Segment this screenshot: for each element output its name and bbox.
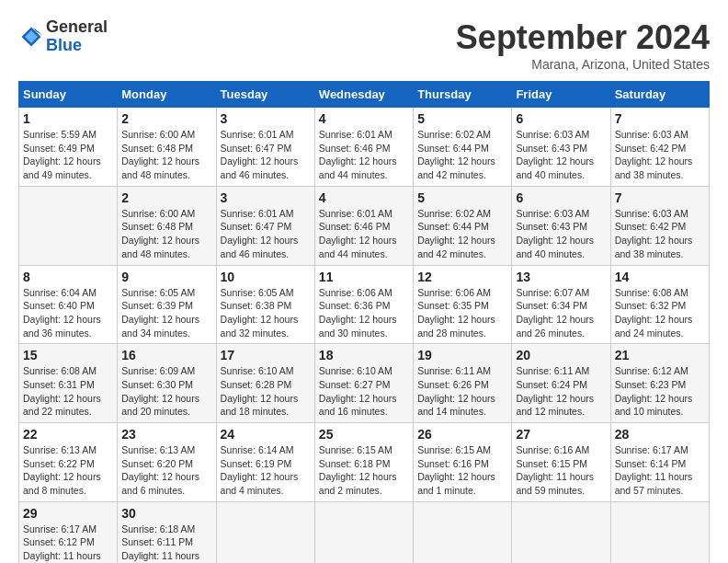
day-detail: Sunrise: 6:16 AM Sunset: 6:15 PM Dayligh… xyxy=(516,443,606,498)
day-number: 24 xyxy=(221,427,311,442)
logo-icon xyxy=(18,24,44,50)
calendar-cell: 16Sunrise: 6:09 AM Sunset: 6:30 PM Dayli… xyxy=(118,344,216,423)
calendar-cell: 1Sunrise: 5:59 AM Sunset: 6:49 PM Daylig… xyxy=(19,108,118,187)
title-area: September 2024 Marana, Arizona, United S… xyxy=(456,18,710,72)
day-number: 6 xyxy=(516,111,606,126)
day-detail: Sunrise: 6:17 AM Sunset: 6:12 PM Dayligh… xyxy=(23,523,113,563)
day-number: 14 xyxy=(615,270,705,284)
calendar-cell: 30Sunrise: 6:18 AM Sunset: 6:11 PM Dayli… xyxy=(118,501,216,563)
day-detail: Sunrise: 6:10 AM Sunset: 6:28 PM Dayligh… xyxy=(221,364,311,419)
day-detail: Sunrise: 6:03 AM Sunset: 6:42 PM Dayligh… xyxy=(615,207,705,261)
day-detail: Sunrise: 6:12 AM Sunset: 6:23 PM Dayligh… xyxy=(615,364,705,419)
calendar-cell: 7Sunrise: 6:03 AM Sunset: 6:42 PM Daylig… xyxy=(610,108,709,187)
day-number: 2 xyxy=(121,111,211,126)
day-detail: Sunrise: 6:13 AM Sunset: 6:22 PM Dayligh… xyxy=(23,443,113,498)
calendar-week-5: 22Sunrise: 6:13 AM Sunset: 6:22 PM Dayli… xyxy=(19,423,710,502)
day-number: 13 xyxy=(516,270,606,284)
day-detail: Sunrise: 6:14 AM Sunset: 6:19 PM Dayligh… xyxy=(221,443,311,498)
day-number: 8 xyxy=(23,270,113,284)
calendar-cell: 8Sunrise: 6:04 AM Sunset: 6:40 PM Daylig… xyxy=(19,265,118,344)
day-number: 7 xyxy=(615,190,705,205)
calendar-cell xyxy=(610,501,709,563)
day-number: 19 xyxy=(417,348,507,362)
day-detail: Sunrise: 6:01 AM Sunset: 6:46 PM Dayligh… xyxy=(319,207,409,261)
day-detail: Sunrise: 6:15 AM Sunset: 6:16 PM Dayligh… xyxy=(417,443,507,498)
calendar-cell xyxy=(216,501,314,563)
day-number: 1 xyxy=(23,111,113,126)
calendar-cell: 4Sunrise: 6:01 AM Sunset: 6:46 PM Daylig… xyxy=(314,186,413,265)
calendar-week-6: 29Sunrise: 6:17 AM Sunset: 6:12 PM Dayli… xyxy=(19,501,710,563)
day-detail: Sunrise: 6:00 AM Sunset: 6:48 PM Dayligh… xyxy=(121,128,211,182)
day-detail: Sunrise: 6:01 AM Sunset: 6:47 PM Dayligh… xyxy=(221,128,311,182)
calendar-cell: 2Sunrise: 6:00 AM Sunset: 6:48 PM Daylig… xyxy=(118,108,216,187)
calendar-week-1: 1Sunrise: 5:59 AM Sunset: 6:49 PM Daylig… xyxy=(19,108,710,187)
day-number: 18 xyxy=(319,348,409,362)
day-detail: Sunrise: 6:05 AM Sunset: 6:38 PM Dayligh… xyxy=(221,286,311,340)
calendar-cell: 7Sunrise: 6:03 AM Sunset: 6:42 PM Daylig… xyxy=(610,186,709,265)
calendar-header-row: SundayMondayTuesdayWednesdayThursdayFrid… xyxy=(19,82,710,108)
day-detail: Sunrise: 6:13 AM Sunset: 6:20 PM Dayligh… xyxy=(121,443,211,498)
day-number: 3 xyxy=(221,190,311,205)
day-number: 12 xyxy=(417,270,507,284)
calendar-cell xyxy=(314,501,413,563)
day-detail: Sunrise: 6:03 AM Sunset: 6:42 PM Dayligh… xyxy=(615,128,705,182)
calendar-cell: 20Sunrise: 6:11 AM Sunset: 6:24 PM Dayli… xyxy=(512,344,610,423)
day-detail: Sunrise: 6:02 AM Sunset: 6:44 PM Dayligh… xyxy=(417,128,507,182)
day-detail: Sunrise: 6:03 AM Sunset: 6:43 PM Dayligh… xyxy=(516,128,606,182)
day-detail: Sunrise: 6:06 AM Sunset: 6:36 PM Dayligh… xyxy=(319,286,409,340)
day-detail: Sunrise: 6:09 AM Sunset: 6:30 PM Dayligh… xyxy=(121,364,211,419)
day-detail: Sunrise: 6:03 AM Sunset: 6:43 PM Dayligh… xyxy=(516,207,606,261)
calendar-week-3: 8Sunrise: 6:04 AM Sunset: 6:40 PM Daylig… xyxy=(19,265,710,344)
day-detail: Sunrise: 6:10 AM Sunset: 6:27 PM Dayligh… xyxy=(319,364,409,419)
day-detail: Sunrise: 5:59 AM Sunset: 6:49 PM Dayligh… xyxy=(23,128,113,182)
logo: General Blue xyxy=(18,18,108,55)
calendar-cell: 28Sunrise: 6:17 AM Sunset: 6:14 PM Dayli… xyxy=(610,423,709,502)
calendar-week-4: 15Sunrise: 6:08 AM Sunset: 6:31 PM Dayli… xyxy=(19,344,710,423)
calendar-cell: 27Sunrise: 6:16 AM Sunset: 6:15 PM Dayli… xyxy=(512,423,610,502)
day-number: 5 xyxy=(417,190,507,205)
calendar-cell: 13Sunrise: 6:07 AM Sunset: 6:34 PM Dayli… xyxy=(512,265,610,344)
day-detail: Sunrise: 6:04 AM Sunset: 6:40 PM Dayligh… xyxy=(23,286,113,340)
calendar-cell: 24Sunrise: 6:14 AM Sunset: 6:19 PM Dayli… xyxy=(216,423,314,502)
header-day-wednesday: Wednesday xyxy=(314,82,413,108)
day-number: 11 xyxy=(319,270,409,284)
calendar-cell: 5Sunrise: 6:02 AM Sunset: 6:44 PM Daylig… xyxy=(414,108,512,187)
calendar-cell xyxy=(19,186,118,265)
calendar-cell: 17Sunrise: 6:10 AM Sunset: 6:28 PM Dayli… xyxy=(216,344,314,423)
calendar-cell: 4Sunrise: 6:01 AM Sunset: 6:46 PM Daylig… xyxy=(314,108,413,187)
day-number: 10 xyxy=(221,270,311,284)
day-detail: Sunrise: 6:11 AM Sunset: 6:26 PM Dayligh… xyxy=(417,364,507,419)
day-detail: Sunrise: 6:18 AM Sunset: 6:11 PM Dayligh… xyxy=(121,523,211,563)
day-number: 23 xyxy=(121,427,211,442)
page-header: General Blue September 2024 Marana, Ariz… xyxy=(18,18,710,72)
day-detail: Sunrise: 6:08 AM Sunset: 6:32 PM Dayligh… xyxy=(615,286,705,340)
day-number: 3 xyxy=(221,111,311,126)
day-detail: Sunrise: 6:02 AM Sunset: 6:44 PM Dayligh… xyxy=(417,207,507,261)
calendar-cell: 23Sunrise: 6:13 AM Sunset: 6:20 PM Dayli… xyxy=(118,423,216,502)
calendar-cell: 6Sunrise: 6:03 AM Sunset: 6:43 PM Daylig… xyxy=(512,186,610,265)
calendar-cell xyxy=(414,501,512,563)
day-number: 21 xyxy=(615,348,705,362)
calendar-table: SundayMondayTuesdayWednesdayThursdayFrid… xyxy=(18,81,710,563)
day-detail: Sunrise: 6:01 AM Sunset: 6:46 PM Dayligh… xyxy=(319,128,409,182)
calendar-cell: 2Sunrise: 6:00 AM Sunset: 6:48 PM Daylig… xyxy=(118,186,216,265)
day-detail: Sunrise: 6:15 AM Sunset: 6:18 PM Dayligh… xyxy=(319,443,409,498)
day-detail: Sunrise: 6:11 AM Sunset: 6:24 PM Dayligh… xyxy=(516,364,606,419)
month-title: September 2024 xyxy=(456,18,710,57)
calendar-body: 1Sunrise: 5:59 AM Sunset: 6:49 PM Daylig… xyxy=(19,108,710,564)
header-day-sunday: Sunday xyxy=(19,82,118,108)
day-number: 4 xyxy=(319,190,409,205)
calendar-cell: 15Sunrise: 6:08 AM Sunset: 6:31 PM Dayli… xyxy=(19,344,118,423)
calendar-cell: 14Sunrise: 6:08 AM Sunset: 6:32 PM Dayli… xyxy=(610,265,709,344)
calendar-cell: 19Sunrise: 6:11 AM Sunset: 6:26 PM Dayli… xyxy=(414,344,512,423)
calendar-cell: 5Sunrise: 6:02 AM Sunset: 6:44 PM Daylig… xyxy=(414,186,512,265)
calendar-cell: 29Sunrise: 6:17 AM Sunset: 6:12 PM Dayli… xyxy=(19,501,118,563)
logo-text: General Blue xyxy=(46,18,108,55)
calendar-cell: 12Sunrise: 6:06 AM Sunset: 6:35 PM Dayli… xyxy=(414,265,512,344)
day-number: 6 xyxy=(516,190,606,205)
calendar-cell: 21Sunrise: 6:12 AM Sunset: 6:23 PM Dayli… xyxy=(610,344,709,423)
day-number: 7 xyxy=(615,111,705,126)
calendar-cell: 9Sunrise: 6:05 AM Sunset: 6:39 PM Daylig… xyxy=(118,265,216,344)
day-number: 9 xyxy=(121,270,211,284)
day-number: 16 xyxy=(121,348,211,362)
